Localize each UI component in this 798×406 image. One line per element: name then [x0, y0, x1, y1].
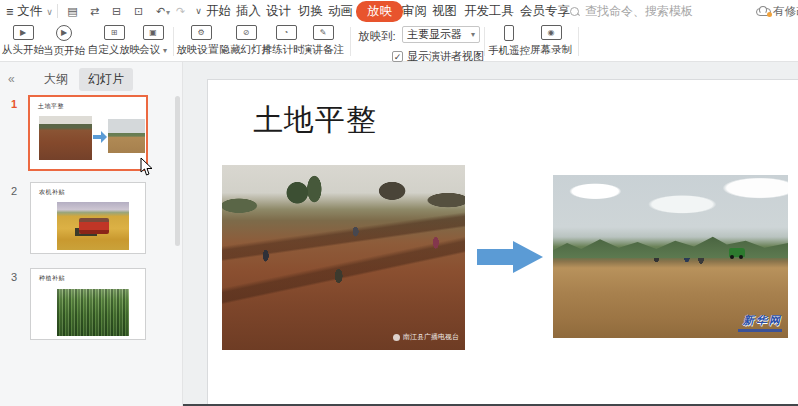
- crops-photo: [57, 289, 129, 336]
- ribbon-divider: [350, 27, 351, 56]
- collapse-panel-button[interactable]: «: [8, 72, 15, 86]
- start-from-beginning-button[interactable]: ▶ 从头开始: [2, 25, 44, 57]
- tab-review[interactable]: 审阅: [402, 3, 427, 20]
- phone-remote-icon: [504, 25, 514, 41]
- print-button[interactable]: ⊟: [108, 3, 125, 19]
- titlebar: ≡ 文件 ∨ ▤ ⇄ ⊟ ⊡ ↶ ▾ ↷ ∨ 开始 插入 设计 切换 动画 放映…: [0, 0, 798, 22]
- tab-outline[interactable]: 大纲: [44, 71, 68, 88]
- thumbnail-arrow: [93, 135, 101, 139]
- slides-panel: « 大纲 幻灯片 1 土地平整 2 农机补贴 3 种植补贴: [0, 62, 183, 406]
- panel-scrollbar[interactable]: [175, 96, 180, 396]
- show-settings-icon: ⚙: [191, 25, 212, 40]
- show-on-label: 放映到:: [358, 29, 396, 44]
- mountain-ridge: [553, 232, 788, 258]
- tv-station-logo-icon: [393, 334, 400, 341]
- play-from-start-icon: ▶: [13, 25, 34, 40]
- undo-dropdown-arrow[interactable]: ▾: [166, 8, 170, 17]
- save-button[interactable]: ▤: [64, 3, 81, 19]
- tab-animations[interactable]: 动画: [328, 3, 353, 20]
- tab-developer[interactable]: 开发工具: [464, 3, 514, 20]
- xinhua-logo-bar: [738, 329, 782, 332]
- thumbnail-left-photo: [39, 116, 92, 160]
- xinhua-watermark: 新华网: [738, 313, 782, 332]
- cloud-sync-icon: [756, 7, 770, 16]
- tab-slides-active[interactable]: 幻灯片: [79, 68, 133, 91]
- tab-home[interactable]: 开始: [206, 3, 231, 20]
- thumbnail-right-photo: [108, 119, 145, 153]
- slide-thumbnail-3[interactable]: 种植补贴: [30, 268, 146, 340]
- land-after-photo[interactable]: 新华网: [553, 175, 788, 338]
- custom-show-button[interactable]: ⊞ 自定义放映: [87, 25, 141, 57]
- thumbnail-title: 农机补贴: [39, 188, 65, 197]
- search-placeholder: 查找命令、搜索模板: [585, 3, 693, 20]
- tab-transitions[interactable]: 切换: [298, 3, 323, 20]
- slide-2-number: 2: [6, 185, 22, 197]
- speaker-notes-icon: ✎: [313, 25, 334, 40]
- print-preview-button[interactable]: ⊡: [130, 3, 147, 19]
- editing-canvas: 土地平整 南江县广播电视台 新华网: [183, 62, 798, 406]
- transition-arrow[interactable]: [477, 249, 513, 265]
- tab-member[interactable]: 会员专享: [520, 3, 570, 20]
- tab-insert[interactable]: 插入: [236, 3, 261, 20]
- start-from-current-button[interactable]: ▶ 当页开始: [44, 25, 84, 58]
- display-monitor-select[interactable]: 主要显示器 ▾: [402, 26, 480, 43]
- phone-remote-button[interactable]: 手机遥控: [488, 25, 530, 58]
- speaker-notes-button[interactable]: ✎ 演讲备注: [302, 25, 344, 57]
- chevron-down-icon: ∨: [46, 7, 53, 17]
- rehearse-timings-icon: ◔: [276, 25, 297, 40]
- photo-watermark: 南江县广播电视台: [393, 332, 459, 342]
- tractor: [729, 248, 745, 257]
- custom-show-icon: ⊞: [104, 25, 125, 40]
- search-icon: [570, 7, 580, 17]
- meeting-button[interactable]: ▣ 会议 ▾: [136, 25, 170, 57]
- tab-slideshow-active[interactable]: 放映: [356, 1, 403, 22]
- slide-1-number: 1: [6, 98, 22, 110]
- slide-title[interactable]: 土地平整: [253, 100, 377, 141]
- dropdown-arrow-icon: ▾: [471, 30, 475, 39]
- collapse-toolbar-button[interactable]: ∨: [190, 3, 207, 19]
- dropdown-arrow-icon: ▾: [163, 46, 167, 55]
- harvester-photo: [57, 202, 129, 250]
- play-current-slide-icon: ▶: [56, 25, 72, 41]
- thumbnail-title: 土地平整: [38, 102, 64, 111]
- mouse-cursor: [139, 157, 154, 177]
- file-menu[interactable]: ≡ 文件 ∨: [6, 3, 53, 20]
- ribbon-divider: [484, 27, 485, 56]
- slideshow-ribbon: ▶ 从头开始 ▶ 当页开始 ⊞ 自定义放映 ▣ 会议 ▾ ⚙ 放映设置 ▾ ⊘ …: [0, 22, 798, 62]
- file-menu-label: 文件: [17, 3, 42, 20]
- command-search[interactable]: 查找命令、搜索模板: [570, 3, 693, 20]
- screen-record-icon: ◉: [541, 25, 562, 40]
- share-button[interactable]: ⇄: [86, 3, 103, 19]
- thumbnail-title: 种植补贴: [39, 274, 65, 283]
- tab-design[interactable]: 设计: [266, 3, 291, 20]
- transition-arrow-head: [513, 241, 543, 273]
- menu-icon: ≡: [6, 5, 13, 19]
- redo-button[interactable]: ↷: [172, 3, 189, 19]
- ribbon-divider: [578, 27, 579, 56]
- wps-presentation-window: ≡ 文件 ∨ ▤ ⇄ ⊟ ⊡ ↶ ▾ ↷ ∨ 开始 插入 设计 切换 动画 放映…: [0, 0, 798, 406]
- presenter-view-checkbox[interactable]: ✓: [392, 51, 403, 62]
- slide-thumbnail-1-selected[interactable]: 土地平整: [28, 95, 148, 171]
- hide-slide-icon: ⊘: [236, 25, 257, 40]
- titlebar-divider: [57, 4, 58, 18]
- current-slide[interactable]: 土地平整 南江县广播电视台 新华网: [208, 80, 798, 406]
- show-settings-button[interactable]: ⚙ 放映设置 ▾: [177, 25, 225, 57]
- sync-status[interactable]: 有修改: [756, 4, 798, 19]
- thumbnail-arrow-head: [101, 131, 107, 143]
- slide-3-number: 3: [6, 271, 22, 283]
- display-monitor-value: 主要显示器: [407, 27, 462, 42]
- sync-status-label: 有修改: [773, 4, 798, 19]
- screen-record-button[interactable]: ◉ 屏幕录制: [530, 25, 572, 57]
- land-before-photo[interactable]: 南江县广播电视台: [222, 165, 465, 350]
- tab-view[interactable]: 视图: [432, 3, 457, 20]
- meeting-icon: ▣: [143, 25, 164, 40]
- ribbon-divider: [173, 27, 174, 56]
- slide-thumbnail-2[interactable]: 农机补贴: [30, 182, 146, 254]
